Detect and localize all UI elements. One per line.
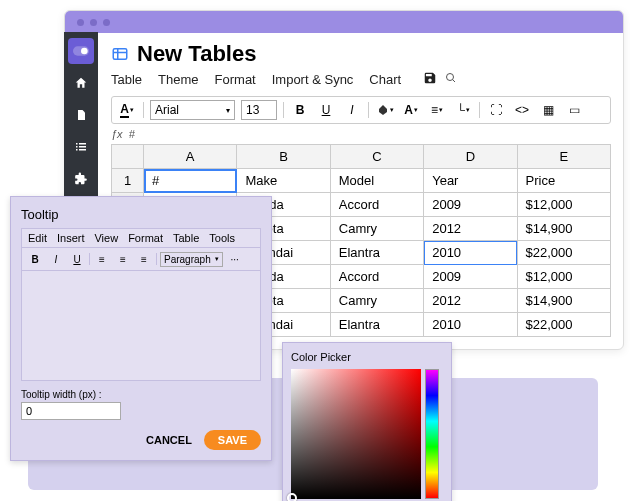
tooltip-menu-view[interactable]: View: [94, 232, 118, 244]
hue-slider[interactable]: [425, 369, 439, 499]
cell[interactable]: Model: [330, 169, 423, 193]
cell[interactable]: Elantra: [330, 241, 423, 265]
page-title: New Tables: [137, 41, 256, 67]
italic-icon[interactable]: I: [342, 101, 362, 119]
fill-color-icon[interactable]: ▾: [375, 101, 395, 119]
cell[interactable]: $14,900: [517, 217, 610, 241]
menu-format[interactable]: Format: [215, 72, 256, 87]
underline-icon[interactable]: U: [68, 251, 86, 267]
cell[interactable]: Price: [517, 169, 610, 193]
cell[interactable]: $22,000: [517, 241, 610, 265]
search-icon[interactable]: [445, 72, 457, 87]
format-toolbar: A▾ Arial▾ 13 B U I ▾ A▾ ≡▾ └▾ ⛶ <> ▦ ▭: [111, 96, 611, 124]
tooltip-menu-format[interactable]: Format: [128, 232, 163, 244]
menu-theme[interactable]: Theme: [158, 72, 198, 87]
svg-point-6: [81, 48, 88, 55]
more-icon[interactable]: ···: [226, 251, 244, 267]
cell[interactable]: 2012: [424, 289, 517, 313]
saturation-value-square[interactable]: [291, 369, 421, 499]
col-header-b[interactable]: B: [237, 145, 330, 169]
align-left-icon[interactable]: ≡: [93, 251, 111, 267]
cell[interactable]: Camry: [330, 217, 423, 241]
sidebar-item-toggle[interactable]: [68, 38, 94, 64]
save-button[interactable]: SAVE: [204, 430, 261, 450]
tooltip-menu-edit[interactable]: Edit: [28, 232, 47, 244]
menubar: Table Theme Format Import & Sync Chart: [111, 71, 611, 88]
cell[interactable]: 2009: [424, 265, 517, 289]
svg-rect-12: [79, 149, 86, 151]
font-name: Arial: [155, 103, 179, 117]
cell[interactable]: 2010: [424, 241, 517, 265]
sidebar-item-home[interactable]: [68, 70, 94, 96]
cell[interactable]: Accord: [330, 265, 423, 289]
cell[interactable]: Year: [424, 169, 517, 193]
line-icon[interactable]: └▾: [453, 101, 473, 119]
cell[interactable]: Make: [237, 169, 330, 193]
tooltip-width-label: Tooltip width (px) :: [21, 389, 261, 400]
font-select[interactable]: Arial▾: [150, 100, 235, 120]
color-picker-dialog: Color Picker: [282, 342, 452, 501]
cell[interactable]: Accord: [330, 193, 423, 217]
cell[interactable]: 2012: [424, 217, 517, 241]
menu-import-sync[interactable]: Import & Sync: [272, 72, 354, 87]
table-row: 1 # Make Model Year Price: [112, 169, 611, 193]
align-icon[interactable]: ≡▾: [427, 101, 447, 119]
code-icon[interactable]: <>: [512, 101, 532, 119]
cell[interactable]: Camry: [330, 289, 423, 313]
menu-table[interactable]: Table: [111, 72, 142, 87]
text-color-dropdown-icon[interactable]: A▾: [401, 101, 421, 119]
sidebar-item-plugin[interactable]: [68, 166, 94, 192]
svg-rect-9: [76, 146, 78, 148]
save-icon[interactable]: [423, 71, 437, 88]
align-center-icon[interactable]: ≡: [114, 251, 132, 267]
window-control-dot[interactable]: [90, 19, 97, 26]
svg-rect-8: [79, 143, 86, 145]
window-control-dot[interactable]: [103, 19, 110, 26]
menu-chart[interactable]: Chart: [369, 72, 401, 87]
tooltip-editor[interactable]: [21, 271, 261, 381]
tooltip-width-input[interactable]: [21, 402, 121, 420]
cell[interactable]: 2010: [424, 313, 517, 337]
col-header-a[interactable]: A: [144, 145, 237, 169]
border-icon[interactable]: ▭: [564, 101, 584, 119]
paragraph-select[interactable]: Paragraph▾: [160, 252, 223, 267]
italic-icon[interactable]: I: [47, 251, 65, 267]
cell[interactable]: $22,000: [517, 313, 610, 337]
svg-rect-0: [113, 49, 127, 60]
grid-icon[interactable]: ▦: [538, 101, 558, 119]
text-color-icon[interactable]: A▾: [117, 101, 137, 119]
bold-icon[interactable]: B: [290, 101, 310, 119]
window-control-dot[interactable]: [77, 19, 84, 26]
cell[interactable]: #: [144, 169, 237, 193]
col-header-e[interactable]: E: [517, 145, 610, 169]
row-header[interactable]: 1: [112, 169, 144, 193]
tooltip-toolbar: B I U ≡ ≡ ≡ Paragraph▾ ···: [21, 248, 261, 271]
cancel-button[interactable]: CANCEL: [146, 434, 192, 446]
cell[interactable]: $14,900: [517, 289, 610, 313]
tooltip-menu-insert[interactable]: Insert: [57, 232, 85, 244]
align-right-icon[interactable]: ≡: [135, 251, 153, 267]
svg-point-3: [447, 74, 454, 81]
cell[interactable]: $12,000: [517, 265, 610, 289]
svg-rect-10: [79, 146, 86, 148]
sidebar-item-list[interactable]: [68, 134, 94, 160]
svg-line-4: [453, 80, 456, 83]
cell[interactable]: $12,000: [517, 193, 610, 217]
tooltip-menubar: Edit Insert View Format Table Tools: [21, 228, 261, 248]
svg-rect-7: [76, 143, 78, 145]
font-size-input[interactable]: 13: [241, 100, 277, 120]
underline-icon[interactable]: U: [316, 101, 336, 119]
tooltip-menu-table[interactable]: Table: [173, 232, 199, 244]
cell[interactable]: 2009: [424, 193, 517, 217]
tooltip-menu-tools[interactable]: Tools: [209, 232, 235, 244]
color-cursor-icon[interactable]: [287, 493, 297, 501]
table-icon: [111, 45, 129, 63]
col-header-c[interactable]: C: [330, 145, 423, 169]
corner-cell[interactable]: [112, 145, 144, 169]
cell[interactable]: Elantra: [330, 313, 423, 337]
expand-icon[interactable]: ⛶: [486, 101, 506, 119]
bold-icon[interactable]: B: [26, 251, 44, 267]
col-header-d[interactable]: D: [424, 145, 517, 169]
sidebar-item-document[interactable]: [68, 102, 94, 128]
fx-value[interactable]: #: [129, 128, 135, 140]
